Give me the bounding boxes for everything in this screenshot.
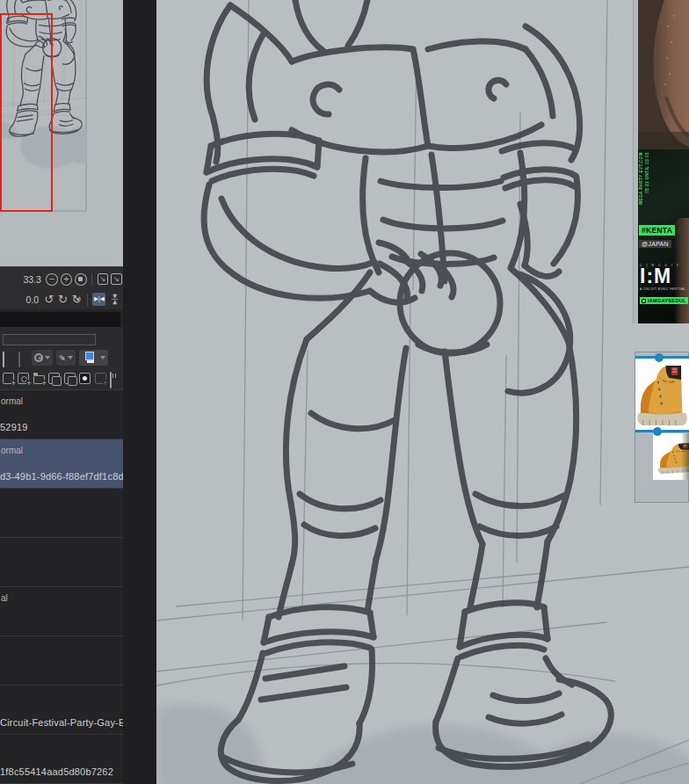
transform-handle-bottom[interactable] (653, 427, 662, 436)
navigator-thumbnail (0, 0, 123, 266)
rotation-value: 0.0 (21, 294, 39, 305)
layer-blend-mode: ormal (1, 396, 23, 406)
zoom-reset-icon[interactable] (75, 273, 86, 286)
layer-row-selected[interactable]: ormal d3-49b1-9d66-f88ef7df1c8d (0, 439, 123, 489)
flip-vertical-icon[interactable]: ▶|◀ (108, 293, 121, 306)
boot-image-1 (635, 359, 689, 431)
layer-blend-mode: al (1, 593, 8, 603)
fit-area-icon[interactable]: ↘ (111, 273, 121, 285)
left-panel: 33.3 − + ↘ ↘ 0.0 ↺ ↻ ↻ ▶|◀ ▶|◀ (0, 0, 123, 784)
zoom-value: 33.3 (21, 274, 41, 285)
transfer-down-icon[interactable] (48, 373, 60, 384)
rotate-reset-icon[interactable]: ↻ (71, 293, 83, 306)
rotate-cw-icon[interactable]: ↻ (57, 293, 69, 306)
merge-down-icon[interactable] (64, 373, 76, 384)
layer-blend-mode: ormal (1, 446, 23, 455)
drawing-canvas[interactable] (156, 0, 689, 784)
layer-command-toolbar (0, 367, 123, 389)
layer-row[interactable]: ormal 52919 (0, 390, 123, 439)
draw-mode-button[interactable]: ✎× (56, 350, 76, 366)
new-selection-icon[interactable] (95, 373, 106, 384)
zoom-in-icon[interactable]: + (61, 273, 72, 286)
new-vector-layer-icon[interactable] (18, 373, 29, 384)
poster-logo: I:M (640, 267, 688, 287)
new-folder-icon[interactable] (33, 375, 45, 384)
layer-name: 52919 (0, 422, 28, 432)
fit-window-icon[interactable]: ↘ (98, 273, 108, 285)
layer-row[interactable]: 1f8c55414aad5d80b7262 (0, 735, 123, 784)
layer-panel-header (0, 312, 120, 327)
poster-ig-handle: IAMGAYSEOUL (648, 298, 686, 303)
layer-name: Circuit-Festival-Party-Gay-Event-in-Ko (0, 717, 123, 728)
opacity-slider[interactable] (3, 334, 96, 345)
poster-vertical-text: 05 31 UNTIL 03 05 (645, 152, 649, 193)
boot-image-2 (653, 433, 689, 480)
layer-name: 1f8c55414aad5d80b7262 (0, 766, 113, 777)
layer-row[interactable] (0, 636, 123, 686)
layer-opacity-row (0, 327, 123, 348)
transform-handle-line-bottom[interactable] (635, 430, 689, 432)
poster-ig-badge: IAMGAYSEOUL (640, 297, 688, 304)
layer-row[interactable] (0, 489, 123, 538)
sketch-artwork (156, 0, 689, 784)
flip-horizontal-icon[interactable]: ▶|◀ (92, 293, 105, 306)
layer-color-button[interactable] (79, 350, 108, 366)
layer-mask-icon[interactable] (79, 373, 91, 384)
lock-layer-icon[interactable] (3, 352, 12, 364)
layer-row[interactable]: al (0, 587, 123, 636)
layer-property-toolbar: × ✎× (0, 348, 123, 367)
layer-name: d3-49b1-9d66-f88ef7df1c8d (0, 471, 123, 482)
poster-hashtag-badge: #KENTA (639, 225, 675, 236)
reference-photo[interactable] (638, 0, 689, 149)
layer-row[interactable]: Circuit-Festival-Party-Gay-Event-in-Ko (0, 686, 123, 735)
reference-boots-panel[interactable] (635, 352, 689, 503)
poster-handle-badge: @JAPAN (639, 240, 671, 248)
navigator-panel[interactable] (0, 0, 123, 266)
navigator-controls: 33.3 − + ↘ ↘ 0.0 ↺ ↻ ↻ ▶|◀ ▶|◀ (0, 266, 123, 309)
zoom-out-icon[interactable]: − (46, 273, 57, 286)
poster-logo-block: C I R C U I T I:M A CIRCUIT MUSIC FESTIV… (640, 264, 688, 307)
panel-divider (123, 0, 156, 784)
instagram-icon (642, 299, 646, 303)
poster-caption: A CIRCUIT MUSIC FESTIVAL (640, 287, 688, 291)
layer-row[interactable] (0, 538, 123, 587)
new-layer-icon[interactable] (3, 373, 14, 384)
rotate-ccw-icon[interactable]: ↺ (44, 293, 55, 306)
transform-handle-top[interactable] (655, 353, 664, 362)
lock-alpha-icon[interactable] (18, 352, 28, 364)
poster-vertical-text: MEGA PARTY EVT.COM (639, 152, 643, 205)
layer-list: ormal 52919 ormal d3-49b1-9d66-f88ef7df1… (0, 389, 123, 784)
clipping-mode-button[interactable]: × (32, 350, 53, 366)
reference-poster[interactable]: MEGA PARTY EVT.COM 05 31 UNTIL 03 05 #KE… (638, 149, 689, 323)
delete-layer-icon[interactable] (110, 373, 120, 385)
app-window: 33.3 − + ↘ ↘ 0.0 ↺ ↻ ↻ ▶|◀ ▶|◀ (0, 0, 689, 784)
